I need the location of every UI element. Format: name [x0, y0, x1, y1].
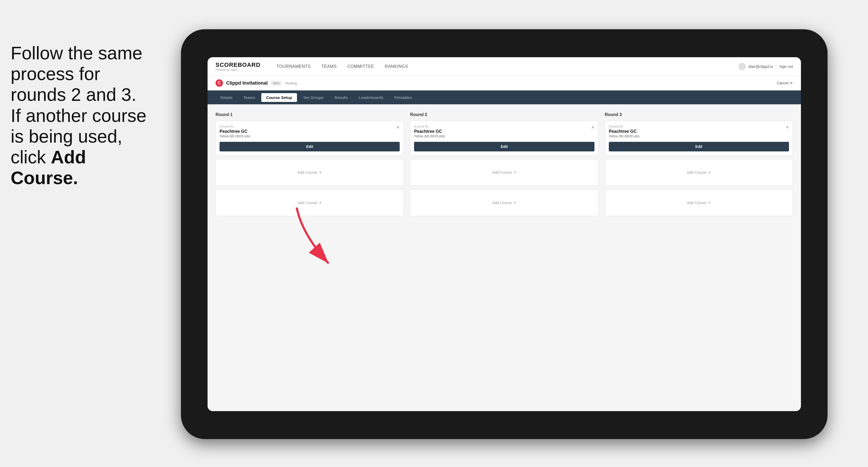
round-2-add-course-1-label: Add Course: [492, 170, 512, 175]
round-2-title: Round 2: [410, 112, 598, 117]
tab-printables[interactable]: Printables: [390, 93, 417, 102]
round-2-course-label: (Course A): [414, 125, 594, 128]
tab-results[interactable]: Results: [330, 93, 352, 102]
round-2-remove-icon[interactable]: ✕: [591, 125, 594, 130]
main-content: Round 1 ✕ (Course A) Peachtree GC Yellow…: [208, 104, 801, 411]
nav-right: blair@clippd.io | Sign out: [738, 63, 793, 70]
nav-committee[interactable]: COMMITTEE: [347, 64, 374, 69]
round-2-add-course-2[interactable]: Add Course +: [410, 189, 598, 216]
round-1-course-card: ✕ (Course A) Peachtree GC Yellow (M) (66…: [216, 121, 404, 155]
round-1-course-name: Peachtree GC: [220, 129, 400, 134]
round-2-edit-button[interactable]: Edit: [414, 142, 594, 151]
sub-header: C Clippd Invitational Men Hosting Cancel…: [208, 76, 801, 91]
round-2-column: Round 2 ✕ (Course A) Peachtree GC Yellow…: [410, 112, 598, 220]
tablet-screen: SCOREBOARD Powered by clippd TOURNAMENTS…: [208, 57, 801, 411]
rounds-grid: Round 1 ✕ (Course A) Peachtree GC Yellow…: [216, 112, 793, 220]
top-nav: SCOREBOARD Powered by clippd TOURNAMENTS…: [208, 57, 801, 76]
round-3-course-name: Peachtree GC: [609, 129, 789, 134]
cancel-button[interactable]: Cancel ✕: [777, 81, 793, 85]
round-1-course-label: (Course A): [220, 125, 400, 128]
round-3-column: Round 3 ✕ (Course A) Peachtree GC Yellow…: [605, 112, 793, 220]
tab-tee-groups[interactable]: Tee Groups: [298, 93, 329, 102]
round-3-add-course-2[interactable]: Add Course +: [605, 189, 793, 216]
nav-rankings[interactable]: RANKINGS: [385, 64, 408, 69]
nav-separator: |: [776, 64, 777, 69]
logo-main: SCOREBOARD: [216, 61, 260, 68]
round-2-add-course-1[interactable]: Add Course +: [410, 159, 598, 186]
round-3-add-course-1-plus: +: [708, 170, 711, 175]
user-email: blair@clippd.io: [748, 64, 773, 69]
round-2-course-name: Peachtree GC: [414, 129, 594, 134]
avatar: [738, 63, 746, 70]
nav-teams[interactable]: TEAMS: [321, 64, 337, 69]
round-3-course-details: Yellow (M) (6629 yds): [609, 134, 789, 138]
nav-links: TOURNAMENTS TEAMS COMMITTEE RANKINGS: [276, 64, 728, 69]
round-2-add-course-1-plus: +: [514, 170, 517, 175]
sub-header-left: C Clippd Invitational Men Hosting: [216, 79, 297, 87]
instruction-text: Follow the same process for rounds 2 and…: [0, 42, 165, 188]
scoreboard-logo: SCOREBOARD Powered by clippd: [216, 61, 260, 71]
round-1-column: Round 1 ✕ (Course A) Peachtree GC Yellow…: [216, 112, 404, 220]
round-1-add-course-1-plus: +: [319, 170, 322, 175]
round-2-course-card: ✕ (Course A) Peachtree GC Yellow (M) (66…: [410, 121, 598, 155]
round-2-add-course-2-plus: +: [514, 200, 517, 206]
tab-teams[interactable]: Teams: [239, 93, 260, 102]
tournament-badge: Men: [271, 81, 282, 86]
round-1-title: Round 1: [216, 112, 404, 117]
cancel-icon: ✕: [790, 81, 793, 85]
tablet-shell: SCOREBOARD Powered by clippd TOURNAMENTS…: [181, 29, 828, 439]
tournament-tag: Hosting: [285, 81, 297, 85]
round-3-course-card: ✕ (Course A) Peachtree GC Yellow (M) (66…: [605, 121, 793, 155]
round-3-remove-icon[interactable]: ✕: [785, 125, 789, 130]
round-2-course-details: Yellow (M) (6629 yds): [414, 134, 594, 138]
round-1-add-course-1-label: Add Course: [298, 170, 317, 175]
tournament-name: Clippd Invitational: [226, 81, 268, 86]
round-3-add-course-1[interactable]: Add Course +: [605, 159, 793, 186]
round-1-add-course-2-plus: +: [319, 200, 322, 206]
round-3-course-label: (Course A): [609, 125, 789, 128]
clippd-logo: C: [216, 79, 223, 87]
sign-out-link[interactable]: Sign out: [779, 64, 793, 69]
round-3-title: Round 3: [605, 112, 793, 117]
round-1-course-details: Yellow (M) (6629 yds): [220, 134, 400, 138]
round-3-add-course-2-label: Add Course: [687, 200, 707, 205]
round-1-add-course-2[interactable]: Add Course +: [216, 189, 404, 216]
round-1-remove-icon[interactable]: ✕: [396, 125, 400, 130]
tab-bar: Details Teams Course Setup Tee Groups Re…: [208, 91, 801, 104]
tab-leaderboards[interactable]: Leaderboards: [354, 93, 388, 102]
round-1-edit-button[interactable]: Edit: [220, 142, 400, 151]
round-3-add-course-2-plus: +: [708, 200, 711, 206]
logo-sub: Powered by clippd: [216, 68, 260, 71]
tab-course-setup[interactable]: Course Setup: [261, 93, 297, 102]
tab-details[interactable]: Details: [216, 93, 237, 102]
nav-tournaments[interactable]: TOURNAMENTS: [276, 64, 311, 69]
round-3-add-course-1-label: Add Course: [687, 170, 707, 175]
round-1-add-course-1[interactable]: Add Course +: [216, 159, 404, 186]
round-3-edit-button[interactable]: Edit: [609, 142, 789, 151]
round-2-add-course-2-label: Add Course: [492, 200, 512, 205]
round-1-add-course-2-label: Add Course: [298, 200, 317, 205]
